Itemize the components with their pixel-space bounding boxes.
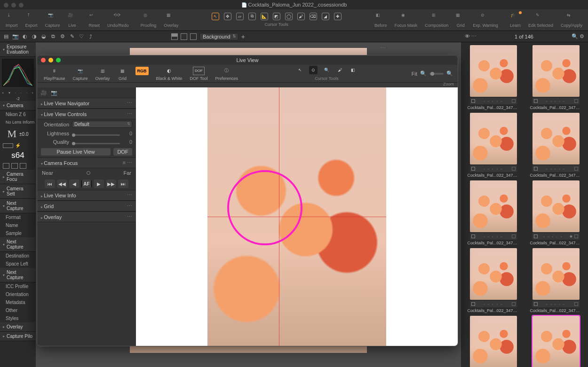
minimize-window-button[interactable] <box>11 3 16 8</box>
next-capture-adjustments-header[interactable]: Next Capture <box>0 268 36 282</box>
dof-tool-button[interactable]: DOFDOF Tool <box>186 67 212 81</box>
thumbnail[interactable]: • • • • • Cocktails_Pal...022_3471.NEF <box>464 45 523 110</box>
live-minimize-button[interactable] <box>48 58 53 62</box>
live-info-header[interactable]: Live View Info⋯ <box>37 190 136 201</box>
live-overlay-button[interactable]: ▥Overlay <box>92 67 114 81</box>
format-row[interactable]: Format <box>0 213 36 221</box>
thumbnail-image[interactable] <box>532 113 580 164</box>
edit-selected-button[interactable]: ✎Edit Selected <box>524 9 557 31</box>
meter-icon[interactable] <box>3 163 9 169</box>
thumbnail-tag[interactable] <box>574 234 578 238</box>
live-close-button[interactable] <box>41 58 46 62</box>
crop-tab-icon[interactable]: ⧉ <box>50 33 56 40</box>
live-cursor-draw[interactable]: 🖌 <box>335 66 344 74</box>
thumbnail-checkbox[interactable] <box>534 234 538 238</box>
live-grid-button[interactable]: ▦Grid <box>114 67 132 81</box>
focus-mask-button[interactable]: ◉Focus Mask <box>391 9 421 31</box>
thumbnail[interactable]: • • • • • Cocktails_Pal...022_3474.NEF <box>526 113 585 178</box>
cursor-gradient-tool[interactable]: ◢ <box>322 13 329 20</box>
thumbnail-checkbox[interactable] <box>471 302 475 306</box>
autofocus-button[interactable]: AF <box>81 180 92 188</box>
thumbnail[interactable]: • • • • • Cocktails_Pal...022_3472.NEF <box>526 45 585 110</box>
thumbnail-image[interactable] <box>532 316 580 367</box>
camera-settings-header[interactable]: Camera Sett <box>0 184 36 199</box>
more-icon[interactable]: ⋯ <box>127 100 132 106</box>
camera-section-header[interactable]: Camera <box>0 101 36 110</box>
search-browser-icon[interactable]: 🔍 ⚙ <box>572 33 584 39</box>
camera-focus-header[interactable]: Camera Focus≡ ⋯ <box>37 157 136 168</box>
exp-warning-button[interactable]: ⊘Exp. Warning <box>469 9 502 31</box>
live-zoom-fit-icon[interactable]: 🔍 <box>446 70 453 77</box>
cursor-hand-tool[interactable]: ✥ <box>224 13 231 20</box>
zoom-window-button[interactable] <box>19 3 24 8</box>
thumbnail-checkbox[interactable] <box>534 167 538 171</box>
proofing-button[interactable]: ◎Proofing <box>137 9 160 31</box>
cursor-straighten-tool[interactable]: 📐 <box>261 13 268 20</box>
thumbnail-image[interactable] <box>532 248 580 300</box>
export-button[interactable]: ⤒Export <box>22 9 41 31</box>
more-icon[interactable]: ⋯ <box>127 203 132 209</box>
black-white-button[interactable]: ◐Black & White <box>152 67 186 81</box>
cursor-spot-tool[interactable]: ◯ <box>285 13 293 20</box>
lightness-slider[interactable] <box>72 134 120 136</box>
orientation-select[interactable]: Default <box>72 121 132 128</box>
live-overlay-header[interactable]: Overlay⋯ <box>37 211 136 222</box>
thumbnail-checkbox[interactable] <box>471 167 475 171</box>
thumbnail-image[interactable] <box>470 248 517 300</box>
styles-row[interactable]: Styles <box>0 314 36 322</box>
undo-redo-button[interactable]: ⟲⟳Undo/Redo <box>103 9 133 31</box>
af-area-icon[interactable] <box>11 163 18 169</box>
thumbnail[interactable]: • • • • • Cocktails_Pal...022_3480.NEF <box>526 316 585 367</box>
quality-slider[interactable] <box>72 143 120 144</box>
thumbnail-tag[interactable] <box>574 167 578 171</box>
focus-far-3-button[interactable]: ⏮ <box>45 180 55 188</box>
preferences-button[interactable]: ⓘPreferences <box>211 67 242 81</box>
live-view-titlebar[interactable]: Live View <box>37 55 458 65</box>
more-icon[interactable]: ≡ ⋯ <box>123 160 132 166</box>
thumbnail-image[interactable] <box>470 45 517 97</box>
viewer-menu-icon[interactable]: ⋯ <box>381 45 386 51</box>
cursor-select-tool[interactable]: ↖ <box>212 13 219 20</box>
live-cursor-focus[interactable]: ⊙ <box>309 66 318 74</box>
focus-far-1-button[interactable]: ◀ <box>69 180 79 188</box>
cursor-shape-tool[interactable]: ▱ <box>236 13 244 20</box>
destination-row[interactable]: Destination <box>0 252 36 260</box>
cursor-erase-tool[interactable]: ⌫ <box>310 13 317 20</box>
style-tab-icon[interactable]: ✎ <box>69 33 75 40</box>
copy-apply-button[interactable]: ⇆Copy/Apply <box>557 9 586 31</box>
thumbnail-tag[interactable] <box>512 302 516 306</box>
learn-button[interactable]: 🎓Learn <box>506 9 524 31</box>
import-button[interactable]: ⤓Import <box>2 9 22 31</box>
thumbnail-tag[interactable] <box>512 99 516 103</box>
before-button[interactable]: ◧Before <box>371 9 391 31</box>
cursor-crop-tool[interactable]: ⧉ <box>248 13 256 20</box>
thumbnail-image[interactable] <box>470 180 517 232</box>
name-row[interactable]: Name <box>0 221 36 229</box>
export-tab-icon[interactable]: ⤴ <box>87 33 94 40</box>
thumbnail-tag[interactable] <box>512 167 516 171</box>
thumbnail[interactable]: • • • • • Cocktails_Pal...022_3473.NEF <box>464 113 523 178</box>
live-button[interactable]: 🎥Live <box>64 9 81 31</box>
live-zoom-slider[interactable] <box>429 73 444 75</box>
live-cursor-zoom[interactable]: 🔍 <box>322 66 331 74</box>
layout-single-icon[interactable] <box>190 33 197 40</box>
focus-near-2-button[interactable]: ▶▶ <box>106 180 116 188</box>
background-select[interactable]: Background <box>199 33 238 40</box>
live-cursor-mask[interactable]: ◧ <box>349 66 357 74</box>
more-icon[interactable]: ⋯ <box>127 192 132 198</box>
thumbnail-image[interactable] <box>532 45 580 97</box>
wb-icon[interactable] <box>20 163 26 169</box>
reset-button[interactable]: ↩Reset <box>85 9 104 31</box>
icc-row[interactable]: ICC Profile <box>0 282 36 290</box>
thumbnail-image[interactable] <box>470 113 517 164</box>
thumbnail[interactable]: • • • • • Cocktails_Pal...022_3477.NEF <box>464 248 523 313</box>
focus-near-1-button[interactable]: ▶ <box>94 180 104 188</box>
more-icon[interactable]: ⋯ <box>127 111 132 117</box>
grid-button[interactable]: ▦Grid <box>452 9 469 31</box>
more-icon[interactable]: ⋯ <box>127 214 132 220</box>
camera-focus-header[interactable]: Camera Focu <box>0 170 36 184</box>
live-view-canvas[interactable] <box>136 87 458 346</box>
layout-split-icon[interactable] <box>181 33 187 40</box>
rgb-button[interactable]: RGBRGB <box>132 67 152 81</box>
thumbnail-tag[interactable] <box>574 302 578 306</box>
